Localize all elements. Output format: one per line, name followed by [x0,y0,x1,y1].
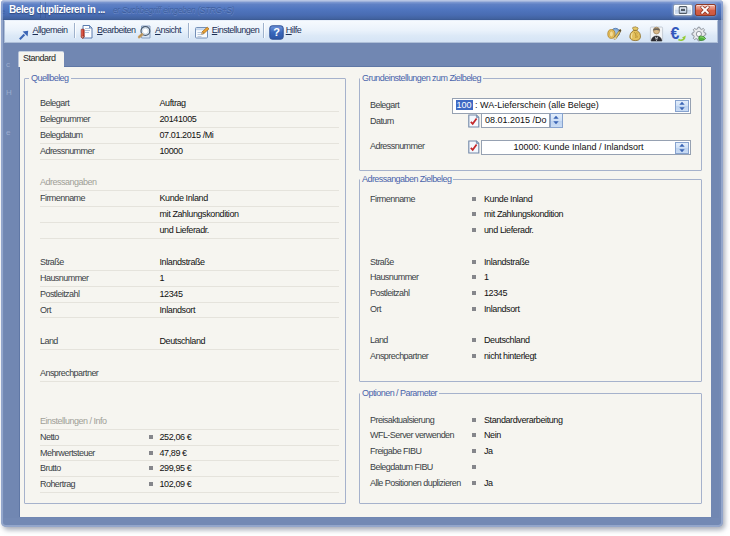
row-label: Ort [40,303,51,318]
data-row: und Lieferadr. [370,223,692,239]
value-bullet-icon [472,228,476,232]
data-row: OrtInlandsort [370,302,692,318]
value-bullet-icon [472,307,476,311]
datum-field[interactable]: 08.01.2015 /Do [481,113,550,128]
data-row: FirmennameKunde Inland [40,191,339,207]
data-row: mit Zahlungskondition [370,207,692,223]
data-row: Ansprechpartner [40,366,339,382]
data-row: PreisaktualsierungStandardverarbeitung [370,413,692,429]
data-row: StraßeInlandstraße [370,255,692,271]
menu-item-label: Ansicht [155,20,181,41]
row-label: Land [370,333,388,349]
belegart-rest-text: : WA-Lieferschein (alle Belege) [473,100,599,110]
belegart-dropdown[interactable]: 100 : WA-Lieferschein (alle Belege) [452,98,692,114]
row-value: 12345 [484,286,507,302]
background-bleed-text: e [6,128,10,137]
row-label: Firmenname [370,192,415,208]
value-bullet-icon [472,260,476,264]
data-row: Postleitzahl12345 [40,287,339,303]
data-row: Belegdatum07.01.2015 /Mi [40,128,339,144]
row-label: Netto [40,430,59,445]
value-bullet-icon [472,465,476,469]
row-label: Preisaktualsierung [370,413,434,429]
help-icon: ? [269,25,284,44]
section-header-row: Einstellungen / Info [40,414,339,430]
row-label: Ort [370,302,381,318]
row-value: mit Zahlungskondition [484,207,563,223]
row-label: Hausnummer [370,270,419,286]
row-spacer [40,382,339,398]
row-label: Belegdatum FIBU [370,460,433,476]
row-label: Mehrwertsteuer [40,446,95,461]
data-row: Mehrwertsteuer47,89 € [40,446,339,462]
optionen-rows: PreisaktualsierungStandardverarbeitungWF… [370,413,692,491]
value-bullet-icon [472,338,476,342]
value-bullet-icon [472,418,476,422]
row-label: Adressnummer [40,144,94,159]
row-spacer [40,239,339,255]
row-label: Freigabe FIBU [370,444,421,460]
row-label: Rohertrag [40,477,75,492]
row-value: Nein [484,428,501,444]
datum-checkbox[interactable] [467,114,480,132]
menu-item-label: Bearbeiten [97,20,136,41]
data-row: Hausnummer1 [370,270,692,286]
row-value: 1 [160,271,165,286]
tab-standard[interactable]: Standard [18,51,64,67]
data-row: Adressnummer10000 [40,144,339,160]
value-bullet-icon [149,435,153,439]
row-value: 1 [484,270,489,286]
row-label: Straße [370,255,394,271]
quellbeleg-rows: BelegartAuftragBelegnummer20141005Belegd… [40,96,339,493]
title-bar[interactable]: Beleg duplizieren in ... er Suchbegriff … [1,0,723,20]
row-value: Auftrag [160,96,186,111]
menu-item-label: Einstellungen [212,20,260,41]
belegart-selected-text: 100 [456,100,473,110]
section-header-row: Adressangaben [40,175,339,191]
row-label: Ansprechpartner [40,366,98,381]
row-value: Inlandstraße [484,255,529,271]
row-label: Postleitzahl [370,286,409,302]
section-header: Einstellungen / Info [40,414,107,429]
data-row: Freigabe FIBUJa [370,444,692,460]
belegart-label: Belegart [370,100,399,110]
row-value: mit Zahlungskondition [160,207,239,222]
row-value: Deutschland [160,334,206,349]
value-bullet-icon [472,212,476,216]
value-bullet-icon [149,482,153,486]
tab-label: Standard [23,53,56,63]
row-spacer [40,350,339,366]
arrow-up-right-icon [19,26,29,44]
background-ghost-text: er Suchbegriff eingeben (STRG+S) [113,6,234,15]
group-grundeinstellungen-legend: Grundeinstellungen zum Zielbeleg [360,73,483,84]
svg-text:?: ? [273,26,280,38]
row-value: und Lieferadr. [484,223,533,239]
value-bullet-icon [472,481,476,485]
datum-spinner[interactable] [550,113,564,128]
close-button[interactable] [695,4,717,16]
value-bullet-icon [149,451,153,455]
belegart-spinner[interactable] [675,100,689,112]
adressnummer-spinner[interactable] [675,142,689,155]
adressnummer-label: Adressnummer [370,141,424,151]
data-row: LandDeutschland [370,333,692,349]
value-bullet-icon [472,354,476,358]
value-bullet-icon [472,433,476,437]
toolbar-separator [74,23,75,38]
row-value: Inlandsort [484,302,520,318]
row-value: 102,09 € [160,477,192,492]
adressnummer-dropdown[interactable]: 10000: Kunde Inland / Inlandsort [481,140,691,156]
data-row: StraßeInlandstraße [40,255,339,271]
row-value: Standardverarbeitung [484,413,563,429]
window-title: Beleg duplizieren in ... [9,4,105,15]
restore-button[interactable] [673,4,694,16]
data-row: LandDeutschland [40,334,339,350]
magnifier-icon [137,24,153,44]
row-spacer [370,239,692,255]
form-pencil-icon [194,25,210,44]
group-adressangaben-legend: Adressangaben Zielbeleg [360,174,453,185]
background-bleed-text: e [1,7,5,16]
adressnummer-checkbox[interactable] [467,140,480,158]
svg-text:€: € [671,26,680,42]
row-value: 252,06 € [160,430,192,445]
